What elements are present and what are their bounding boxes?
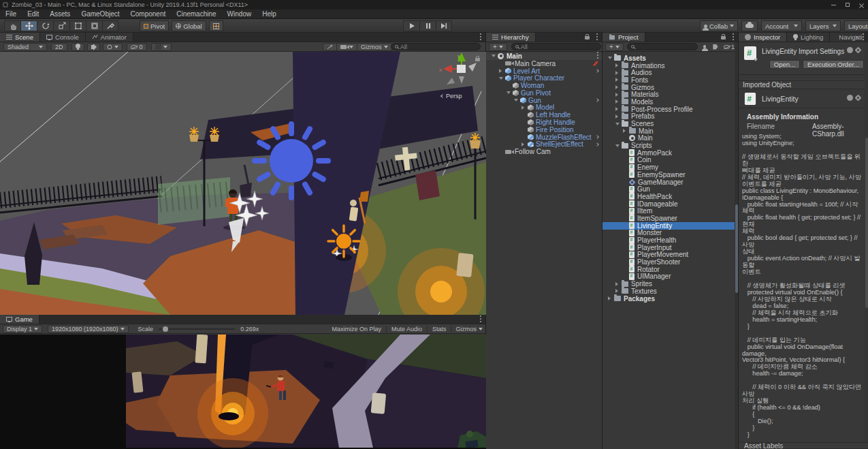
project-item[interactable]: Main xyxy=(602,135,738,142)
project-item[interactable]: Coin xyxy=(602,157,738,164)
mute-audio-toggle[interactable]: Mute Audio xyxy=(389,326,425,332)
game-panel-menu-icon[interactable] xyxy=(480,318,481,320)
display-dropdown[interactable]: Display 1 xyxy=(3,325,42,333)
pivot-toggle[interactable]: Pivot xyxy=(140,20,169,31)
project-item[interactable]: IDamageable xyxy=(602,200,738,208)
project-item[interactable]: IItem xyxy=(602,207,738,215)
project-menu-icon[interactable] xyxy=(733,36,734,37)
menu-window[interactable]: Window xyxy=(222,10,257,18)
project-item[interactable]: Rotator xyxy=(602,266,738,273)
hierarchy-item[interactable]: Woman xyxy=(486,82,602,89)
scene-visibility-toggle[interactable]: 0 xyxy=(127,43,147,51)
project-item[interactable]: UIManager xyxy=(602,273,738,281)
project-search-input[interactable] xyxy=(627,43,698,50)
hierarchy-item[interactable]: Player Character xyxy=(486,74,602,82)
project-item[interactable]: PlayerHealth xyxy=(602,236,738,244)
gizmo-center-cube[interactable] xyxy=(457,65,466,73)
maximize-on-play-toggle[interactable]: Maximize On Play xyxy=(329,326,384,332)
project-item[interactable]: HealthPack xyxy=(602,193,738,200)
persp-toggle[interactable]: Persp xyxy=(441,93,462,99)
tab-game[interactable]: Game xyxy=(0,315,39,324)
project-item[interactable]: Monster xyxy=(602,230,738,237)
project-item[interactable]: Scripts xyxy=(602,142,738,149)
component-tools-button[interactable] xyxy=(323,43,337,51)
hidden-packages-icon[interactable] xyxy=(724,45,730,49)
hierarchy-item[interactable]: Follow Cam xyxy=(486,148,602,155)
tab-inspector[interactable]: Inspector xyxy=(739,33,787,42)
project-item[interactable]: PlayerShooter xyxy=(602,258,738,266)
pause-button[interactable] xyxy=(419,20,436,31)
execution-order-button[interactable]: Execution Order... xyxy=(803,60,864,69)
tab-console[interactable]: Console xyxy=(40,33,86,42)
child-arrow-icon[interactable] xyxy=(595,98,599,102)
help-icon[interactable] xyxy=(847,95,853,101)
collab-button[interactable]: Collab xyxy=(700,20,738,31)
menu-edit[interactable]: Edit xyxy=(22,10,44,18)
project-item[interactable]: Gizmos xyxy=(602,84,738,91)
project-item[interactable]: Textures xyxy=(602,288,738,295)
project-item[interactable]: ItemSpawner xyxy=(602,215,738,222)
gear-icon[interactable] xyxy=(856,95,861,100)
step-button[interactable] xyxy=(436,20,452,31)
create-object-dropdown[interactable]: + xyxy=(489,43,507,51)
hierarchy-item[interactable]: Model xyxy=(486,104,602,112)
stats-toggle[interactable]: Stats xyxy=(430,326,449,332)
project-scrollbar[interactable] xyxy=(735,42,738,449)
hand-tool[interactable] xyxy=(4,20,20,31)
hierarchy-item[interactable]: Fire Position xyxy=(486,126,602,134)
project-item[interactable]: Gun xyxy=(602,185,738,193)
scene-audio-toggle[interactable] xyxy=(87,43,100,51)
global-toggle[interactable]: Global xyxy=(172,20,206,31)
menu-assets[interactable]: Assets xyxy=(44,10,76,18)
gizmo-lock-icon[interactable] xyxy=(475,58,480,61)
scene-camera-dropdown[interactable] xyxy=(336,43,357,51)
project-item[interactable]: PlayerMovement xyxy=(602,251,738,259)
scene-row-main[interactable]: Main xyxy=(486,52,602,60)
asset-labels-section[interactable]: Asset Labels xyxy=(739,442,868,449)
gizmos-dropdown[interactable]: Gizmos xyxy=(357,43,392,51)
hierarchy-item[interactable]: Gun Pivot xyxy=(486,89,602,97)
project-item[interactable]: Main xyxy=(602,127,738,135)
tab-project[interactable]: Project xyxy=(602,33,645,42)
layers-dropdown[interactable]: Layers xyxy=(805,20,841,31)
account-dropdown[interactable]: Account xyxy=(761,20,802,31)
hierarchy-item[interactable]: Right Handle xyxy=(486,119,602,126)
project-item[interactable]: EnemySpawner xyxy=(602,171,738,179)
scene-panel-menu-icon[interactable] xyxy=(480,36,481,37)
play-button[interactable] xyxy=(403,20,419,31)
hierarchy-item[interactable]: ShellEjectEffect xyxy=(486,141,602,149)
game-viewport[interactable] xyxy=(0,335,486,449)
transform-tool[interactable] xyxy=(86,20,102,31)
scene-viewport[interactable]: y x Persp xyxy=(0,52,486,315)
project-item[interactable]: PlayerInput xyxy=(602,244,738,251)
gear-icon[interactable] xyxy=(856,48,861,52)
project-item[interactable]: Post-Process Profile xyxy=(602,106,738,113)
rect-tool[interactable] xyxy=(69,20,86,31)
tab-scene[interactable]: Scene xyxy=(0,33,40,42)
hierarchy-item[interactable]: MuzzleFlashEffect xyxy=(486,134,602,141)
close-icon[interactable] xyxy=(859,3,864,7)
scene-menu-icon[interactable] xyxy=(597,55,598,56)
minimize-icon[interactable] xyxy=(831,5,836,5)
project-item-selected[interactable]: LivingEntity xyxy=(602,222,738,230)
tab-navigation[interactable]: Navigati xyxy=(830,33,865,42)
hierarchy-item[interactable]: Gun xyxy=(486,97,602,104)
create-asset-dropdown[interactable]: + xyxy=(605,43,624,51)
scene-search-input[interactable]: All xyxy=(391,43,481,50)
game-gizmos-dropdown[interactable]: Gizmos xyxy=(453,326,479,332)
resolution-dropdown[interactable]: 1920x1080 (1920x1080) xyxy=(48,325,129,333)
shading-mode-dropdown[interactable]: Shaded xyxy=(3,43,47,51)
project-item[interactable]: Scenes xyxy=(602,120,738,127)
project-item[interactable]: Prefabs xyxy=(602,113,738,121)
lock-icon[interactable] xyxy=(721,36,726,40)
hierarchy-item[interactable]: Main Camera xyxy=(486,60,602,67)
scene-lighting-toggle[interactable] xyxy=(71,43,84,51)
cloud-button[interactable] xyxy=(741,20,758,31)
maximize-icon[interactable] xyxy=(846,3,850,7)
grid-visibility-dropdown[interactable] xyxy=(151,43,172,51)
lock-icon[interactable] xyxy=(585,36,590,40)
hierarchy-item[interactable]: Left Handle xyxy=(486,111,602,119)
custom-tool[interactable] xyxy=(102,20,118,31)
tab-hierarchy[interactable]: Hierarchy xyxy=(486,33,536,42)
menu-cinemachine[interactable]: Cinemachine xyxy=(171,10,221,18)
